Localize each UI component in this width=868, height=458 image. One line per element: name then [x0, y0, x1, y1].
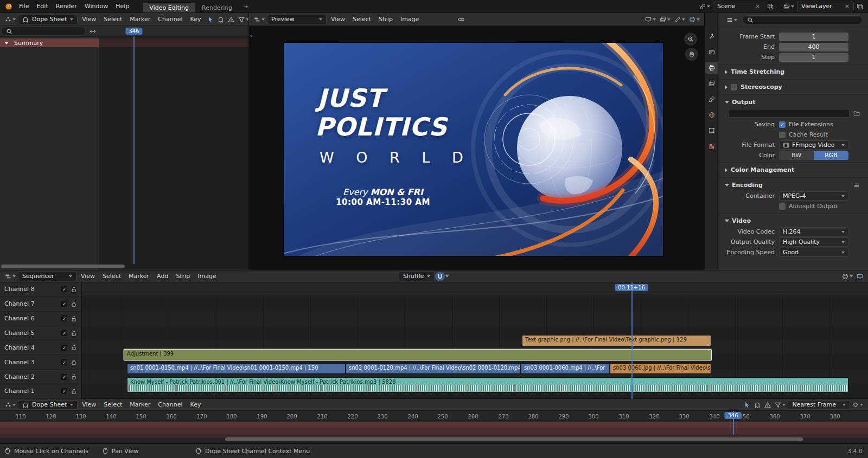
- autosplit-checkbox[interactable]: [779, 203, 786, 210]
- texture-tab[interactable]: [705, 140, 718, 152]
- snap-mode-dropdown[interactable]: Nearest Frame: [788, 400, 850, 410]
- menu-item[interactable]: View: [327, 15, 349, 24]
- image-display-icon[interactable]: [658, 15, 672, 24]
- overlays-toggle-icon[interactable]: [687, 15, 701, 24]
- snap-toggle-icon[interactable]: [435, 272, 445, 281]
- menu-item[interactable]: Window: [81, 2, 112, 11]
- sequencer-strip[interactable]: sn03 0001-0060.mp4 | //..\For: [521, 363, 610, 374]
- channel-row[interactable]: Channel 7 ✓: [0, 297, 81, 312]
- pan-hand-gizmo[interactable]: [685, 48, 698, 61]
- channel-row[interactable]: Channel 5 ✓: [0, 326, 81, 341]
- blender-menu-button[interactable]: [3, 2, 14, 11]
- menu-item[interactable]: Image: [194, 272, 220, 281]
- channel-row[interactable]: Channel 2 ✓: [0, 370, 81, 384]
- sequencer-strip[interactable]: sn01 0001-0150.mp4 | //..\For Final Vide…: [127, 363, 346, 374]
- zoom-gizmo[interactable]: [684, 33, 697, 46]
- view-layer-tab[interactable]: [705, 78, 718, 89]
- viewlayer-copy-icon[interactable]: [855, 2, 865, 11]
- menu-item[interactable]: Add: [153, 272, 172, 281]
- display-mode-icon[interactable]: [855, 272, 865, 281]
- channel-mute-checkbox[interactable]: ✓: [61, 330, 67, 336]
- channel-lock-icon[interactable]: [71, 330, 77, 337]
- menu-item[interactable]: Help: [112, 2, 133, 11]
- channel-lock-icon[interactable]: [71, 315, 77, 322]
- dope-current-frame-badge[interactable]: 346: [724, 412, 741, 419]
- filter-icon[interactable]: [773, 401, 787, 409]
- channel-mute-checkbox[interactable]: ✓: [61, 388, 67, 394]
- channel-mute-checkbox[interactable]: ✓: [61, 374, 67, 380]
- preview-mode-dropdown[interactable]: Preview: [267, 15, 327, 24]
- menu-item[interactable]: Key: [187, 400, 205, 409]
- tool-tab[interactable]: [705, 30, 718, 42]
- editor-type-icon[interactable]: [3, 272, 17, 281]
- sequencer-current-frame-badge[interactable]: 00:11+16: [615, 284, 648, 291]
- keying-icon[interactable]: [851, 401, 865, 409]
- ghost-toggle-icon[interactable]: [216, 15, 226, 24]
- stereoscopy-checkbox[interactable]: [731, 84, 737, 91]
- gizmo-toggle-icon[interactable]: [643, 15, 658, 24]
- editor-type-icon[interactable]: [3, 15, 17, 24]
- sequencer-strip[interactable]: Text graphic.png | //..\For Final Video\…: [522, 335, 711, 346]
- render-tab[interactable]: [705, 46, 718, 58]
- file-format-dropdown[interactable]: FFmpeg Video: [779, 140, 848, 150]
- channel-lock-icon[interactable]: [71, 373, 77, 380]
- select-tool-icon[interactable]: [206, 15, 215, 24]
- viewlayer-selector[interactable]: ViewLayer×: [797, 2, 854, 11]
- file-extensions-checkbox[interactable]: ✓: [779, 121, 786, 128]
- output-quality-dropdown[interactable]: High Quality: [779, 237, 848, 247]
- menu-item[interactable]: Channel: [154, 15, 186, 24]
- color-bw-button[interactable]: BW: [779, 151, 814, 160]
- frame-start-field[interactable]: 1: [779, 33, 848, 41]
- link-icon[interactable]: [456, 15, 466, 24]
- section-color-management[interactable]: Color Management: [723, 164, 861, 176]
- dope-sheet-mode-dropdown[interactable]: Dope Sheet: [18, 15, 78, 24]
- channel-row[interactable]: Channel 8 ✓: [0, 282, 81, 297]
- workspace-tab[interactable]: Video Editing: [143, 3, 195, 13]
- dope-sheet-mode-dropdown[interactable]: Dope Sheet: [18, 400, 78, 410]
- scene-unlink-icon[interactable]: ×: [755, 3, 760, 10]
- menu-item[interactable]: File: [15, 2, 33, 11]
- overlays-toggle-icon[interactable]: [840, 272, 854, 281]
- summary-channel[interactable]: Summary: [0, 38, 99, 47]
- scene-tab[interactable]: [705, 93, 718, 105]
- dope-top-hscrollbar[interactable]: [1, 265, 125, 268]
- select-tool-icon[interactable]: [742, 401, 752, 409]
- color-rgb-button[interactable]: RGB: [814, 151, 848, 160]
- channel-row[interactable]: Channel 1 ✓: [0, 384, 81, 399]
- menu-item[interactable]: View: [78, 15, 100, 24]
- channel-mute-checkbox[interactable]: ✓: [61, 286, 67, 292]
- menu-item[interactable]: Select: [100, 400, 126, 409]
- sequencer-strip[interactable]: sn02 0001-0120.mp4 | //..\For Final Vide…: [346, 363, 521, 374]
- menu-item[interactable]: Key: [187, 15, 205, 24]
- frame-end-field[interactable]: 400: [779, 43, 848, 51]
- scene-copy-icon[interactable]: [765, 2, 775, 11]
- channel-lock-icon[interactable]: [71, 344, 77, 351]
- channel-lock-icon[interactable]: [71, 301, 77, 307]
- section-video[interactable]: Video: [723, 215, 861, 227]
- browse-folder-icon[interactable]: [852, 109, 861, 118]
- channel-mute-checkbox[interactable]: ✓: [61, 315, 67, 321]
- editor-type-icon[interactable]: [725, 16, 739, 24]
- encoding-presets-icon[interactable]: [852, 181, 861, 190]
- menu-item[interactable]: Edit: [33, 2, 52, 11]
- cache-result-checkbox[interactable]: [779, 132, 786, 138]
- channel-mute-checkbox[interactable]: ✓: [61, 301, 67, 307]
- channel-mute-checkbox[interactable]: ✓: [61, 345, 67, 351]
- menu-item[interactable]: Marker: [125, 272, 153, 281]
- channel-row[interactable]: Channel 3 ✓: [0, 355, 81, 370]
- channel-mute-checkbox[interactable]: ✓: [61, 359, 67, 365]
- output-path-field[interactable]: [728, 109, 850, 118]
- snap-options-caret[interactable]: [445, 275, 449, 278]
- section-time-stretching[interactable]: Time Stretching: [723, 66, 861, 78]
- menu-item[interactable]: Select: [349, 15, 375, 24]
- editor-type-icon[interactable]: [252, 15, 266, 24]
- channel-lock-icon[interactable]: [71, 388, 77, 395]
- menu-item[interactable]: Render: [52, 2, 81, 11]
- menu-item[interactable]: Strip: [172, 272, 194, 281]
- workspace-tab[interactable]: Rendering: [195, 3, 239, 13]
- expand-collapse-icon[interactable]: [88, 27, 98, 36]
- sequencer-strip[interactable]: sn03 0060.jpg | //..\For Final Video\sn0: [610, 363, 711, 374]
- menu-item[interactable]: Marker: [126, 400, 154, 409]
- menu-item[interactable]: Image: [397, 15, 423, 24]
- menu-item[interactable]: View: [77, 272, 99, 281]
